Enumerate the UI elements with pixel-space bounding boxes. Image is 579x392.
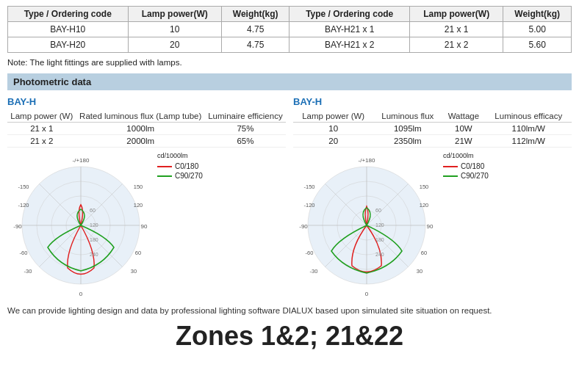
right-polar-legend: cd/1000lm C0/180 C90/270 xyxy=(443,152,489,196)
table-cell: 4.75 xyxy=(221,37,290,53)
right-photo-table: Lamp power (W)Luminous fluxWattageLumino… xyxy=(293,110,572,148)
svg-text:120: 120 xyxy=(90,222,98,228)
svg-text:150: 150 xyxy=(420,184,429,190)
table-cell: 21 x 2 xyxy=(7,135,76,148)
table-cell: 2350lm xyxy=(373,135,442,148)
col-header-weight1: Weight(kg) xyxy=(221,7,290,22)
table-cell: BAY-H10 xyxy=(8,22,129,37)
col-header-power2: Lamp power(W) xyxy=(409,7,503,22)
svg-text:-90: -90 xyxy=(299,223,308,230)
svg-text:60: 60 xyxy=(135,250,141,256)
right-chart-label: cd/1000lm xyxy=(443,152,489,159)
svg-text:60: 60 xyxy=(90,208,96,213)
legend-c90-270-right: C90/270 xyxy=(443,172,489,180)
table-cell: 10 xyxy=(293,123,373,135)
bottom-note: We can provide lighting design and data … xyxy=(7,306,572,315)
svg-text:-150: -150 xyxy=(303,184,314,190)
svg-text:240: 240 xyxy=(90,252,98,257)
table-cell: BAY-H21 x 2 xyxy=(290,37,410,53)
photometric-header: Photometric data xyxy=(7,73,572,90)
left-chart-label: cd/1000lm xyxy=(157,152,203,159)
svg-text:-30: -30 xyxy=(24,268,32,275)
svg-text:30: 30 xyxy=(417,268,422,275)
left-polar-chart: -/+180 -90 90 0 -150 150 -120 120 -60 60… xyxy=(7,152,154,299)
col-header-power1: Lamp power(W) xyxy=(128,7,221,22)
product-table: Type / Ordering code Lamp power(W) Weigh… xyxy=(7,6,572,53)
col-header: Lamp power (W) xyxy=(293,110,373,123)
svg-text:90: 90 xyxy=(141,223,148,230)
svg-text:-120: -120 xyxy=(303,202,314,208)
right-photo-block: BAY-H Lamp power (W)Luminous fluxWattage… xyxy=(293,96,572,299)
table-cell: 10W xyxy=(442,123,485,135)
svg-text:180: 180 xyxy=(90,237,98,242)
svg-text:120: 120 xyxy=(375,222,384,228)
photometric-content: BAY-H Lamp power (W)Rated luminous flux … xyxy=(7,96,572,299)
table-cell: 21W xyxy=(442,135,485,148)
svg-text:0: 0 xyxy=(365,291,369,297)
col-header: Lamp power (W) xyxy=(7,110,76,123)
table-cell: 65% xyxy=(205,135,286,148)
table-cell: 21 x 2 xyxy=(409,37,503,53)
col-header: Rated luminous flux (Lamp tube) xyxy=(76,110,205,123)
svg-text:60: 60 xyxy=(375,208,381,213)
left-polar-legend: cd/1000lm C0/180 C90/270 xyxy=(157,152,203,196)
left-photo-block: BAY-H Lamp power (W)Rated luminous flux … xyxy=(7,96,286,299)
left-chart-area: -/+180 -90 90 0 -150 150 -120 120 -60 60… xyxy=(7,152,286,299)
table-cell: 1000lm xyxy=(76,123,205,135)
col-header: Luminous efficacy xyxy=(486,110,572,123)
svg-text:-/+180: -/+180 xyxy=(359,157,375,164)
left-bay-h-title: BAY-H xyxy=(7,96,286,107)
col-header-weight2: Weight(kg) xyxy=(503,7,572,22)
table-cell: 2000lm xyxy=(76,135,205,148)
svg-text:-60: -60 xyxy=(20,250,28,256)
right-polar-chart: -/+180 -90 90 0 -150 150 -120 120 -60 60… xyxy=(293,152,440,299)
svg-text:-120: -120 xyxy=(18,202,29,208)
col-header: Luminaire efficiency xyxy=(205,110,286,123)
table-cell: 5.00 xyxy=(503,22,572,37)
legend-c0-180-left: C0/180 xyxy=(157,162,203,170)
col-header-type2: Type / Ordering code xyxy=(290,7,410,22)
right-chart-area: -/+180 -90 90 0 -150 150 -120 120 -60 60… xyxy=(293,152,572,299)
svg-text:-90: -90 xyxy=(13,223,22,230)
main-wrapper: Type / Ordering code Lamp power(W) Weigh… xyxy=(0,0,579,359)
table-cell: 20 xyxy=(293,135,373,148)
svg-text:-60: -60 xyxy=(306,250,314,256)
col-header: Wattage xyxy=(442,110,485,123)
table-cell: 1095lm xyxy=(373,123,442,135)
svg-text:30: 30 xyxy=(131,268,137,275)
svg-text:-150: -150 xyxy=(18,184,29,190)
table-cell: 112lm/W xyxy=(486,135,572,148)
svg-text:0: 0 xyxy=(79,291,83,297)
table-cell: BAY-H21 x 1 xyxy=(290,22,410,37)
table-cell: 21 x 1 xyxy=(409,22,503,37)
table-cell: BAY-H20 xyxy=(8,37,129,53)
table-cell: 20 xyxy=(128,37,221,53)
table-cell: 4.75 xyxy=(221,22,290,37)
svg-text:60: 60 xyxy=(421,250,427,256)
col-header-type1: Type / Ordering code xyxy=(8,7,129,22)
table-cell: 5.60 xyxy=(503,37,572,53)
svg-text:120: 120 xyxy=(420,202,429,208)
table-cell: 10 xyxy=(128,22,221,37)
right-bay-h-title: BAY-H xyxy=(293,96,572,107)
svg-text:180: 180 xyxy=(375,237,384,242)
note-text: Note: The light fittings are supplied wi… xyxy=(7,56,572,69)
zones-title: Zones 1&2; 21&22 xyxy=(7,321,572,352)
svg-text:150: 150 xyxy=(134,184,143,190)
col-header: Luminous flux xyxy=(373,110,442,123)
table-cell: 110lm/W xyxy=(486,123,572,135)
svg-text:-/+180: -/+180 xyxy=(73,157,90,164)
legend-c90-270-left: C90/270 xyxy=(157,172,203,180)
legend-c0-180-right: C0/180 xyxy=(443,162,489,170)
table-cell: 75% xyxy=(205,123,286,135)
table-cell: 21 x 1 xyxy=(7,123,76,135)
svg-text:90: 90 xyxy=(427,223,434,230)
svg-text:240: 240 xyxy=(375,252,384,257)
svg-text:-30: -30 xyxy=(310,268,318,275)
svg-text:120: 120 xyxy=(134,202,143,208)
left-photo-table: Lamp power (W)Rated luminous flux (Lamp … xyxy=(7,110,286,148)
